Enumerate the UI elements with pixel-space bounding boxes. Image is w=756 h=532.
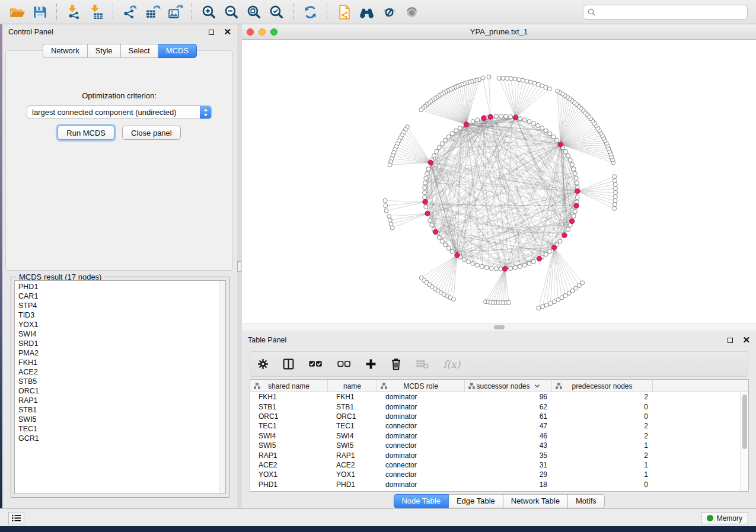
graph-node[interactable]	[513, 77, 517, 81]
graph-node[interactable]	[613, 175, 617, 179]
mcds-result-listbox[interactable]: PHD1CAR1STP4TID3YOX1SWI4SRD1PMA2FKH1ACE2…	[14, 280, 226, 494]
cell[interactable]: 2	[552, 393, 653, 401]
search-binoculars-button[interactable]	[356, 2, 377, 21]
graph-node[interactable]	[548, 249, 552, 254]
table-row[interactable]: SWI4SWI4dominator462	[250, 431, 740, 441]
graph-node[interactable]	[387, 214, 391, 219]
cell[interactable]: RAP1	[328, 451, 377, 460]
cell[interactable]: connector	[377, 422, 465, 430]
cell[interactable]: TEC1	[250, 422, 328, 430]
cell[interactable]: 31	[465, 461, 552, 469]
graph-node[interactable]	[509, 266, 513, 270]
table-row[interactable]: PHD1PHD1dominator180	[250, 480, 740, 489]
graph-node[interactable]	[532, 81, 537, 85]
mcds-node-item[interactable]: FKH1	[18, 358, 218, 367]
graph-node[interactable]	[509, 76, 513, 81]
cell[interactable]: PHD1	[250, 480, 328, 489]
tab-network[interactable]: Network	[43, 44, 88, 58]
float-panel-icon[interactable]	[209, 30, 214, 35]
graph-node[interactable]	[518, 264, 522, 268]
mcds-node-item[interactable]: SWI5	[18, 415, 218, 424]
table-vscrollbar[interactable]	[740, 392, 748, 491]
cell[interactable]: 0	[552, 480, 653, 489]
graph-node[interactable]	[527, 120, 531, 124]
cell[interactable]: connector	[377, 461, 465, 469]
graph-node[interactable]	[423, 181, 428, 185]
mcds-node[interactable]	[428, 160, 433, 165]
cell[interactable]: SWI4	[250, 432, 328, 440]
graph-node[interactable]	[494, 267, 498, 271]
graph-node[interactable]	[476, 118, 480, 122]
graph-node[interactable]	[480, 264, 484, 268]
graph-node[interactable]	[566, 227, 570, 232]
graph-node[interactable]	[450, 249, 454, 254]
table-row[interactable]: RAP1RAP1dominator352	[250, 450, 740, 460]
graph-node[interactable]	[499, 114, 503, 118]
cell[interactable]: STB1	[328, 403, 377, 411]
graph-node[interactable]	[541, 305, 545, 309]
graph-node[interactable]	[575, 196, 579, 200]
graph-node[interactable]	[573, 210, 577, 214]
graph-node[interactable]	[518, 117, 522, 121]
graph-node[interactable]	[505, 76, 509, 81]
column-header-predecessor-nodes[interactable]: predecessor nodes	[552, 380, 653, 392]
graph-node[interactable]	[566, 153, 570, 158]
settings-gear-icon[interactable]	[257, 358, 269, 370]
cell[interactable]: 18	[465, 480, 552, 489]
graph-node[interactable]	[556, 89, 560, 93]
graph-node[interactable]	[513, 265, 518, 270]
mcds-node[interactable]	[513, 115, 518, 120]
mcds-node[interactable]	[537, 257, 541, 261]
cell[interactable]: YOX1	[328, 470, 377, 479]
graph-node[interactable]	[613, 206, 617, 210]
tab-mcds[interactable]: MCDS	[158, 44, 197, 58]
cell[interactable]: SWI5	[250, 441, 328, 450]
graph-node[interactable]	[613, 182, 617, 187]
cell[interactable]: ACE2	[250, 461, 328, 469]
deselect-all-icon[interactable]	[337, 360, 351, 368]
graph-node[interactable]	[497, 76, 501, 81]
table-row[interactable]: STB1STB1dominator620	[250, 402, 740, 411]
graph-node[interactable]	[484, 265, 489, 270]
graph-node[interactable]	[570, 162, 574, 166]
cell[interactable]: 47	[465, 422, 552, 430]
graph-node[interactable]	[471, 120, 475, 124]
export-image-button[interactable]	[165, 2, 185, 21]
graph-node[interactable]	[525, 79, 529, 83]
graph-node[interactable]	[558, 239, 562, 243]
graph-node[interactable]	[443, 138, 447, 142]
graph-node[interactable]	[548, 302, 553, 306]
mcds-node[interactable]	[558, 142, 563, 147]
graph-node[interactable]	[489, 266, 493, 270]
graph-node[interactable]	[536, 123, 540, 127]
graph-node[interactable]	[450, 132, 454, 136]
column-header-MCDS-role[interactable]: MCDS role	[377, 380, 465, 392]
cell[interactable]: dominator	[377, 432, 465, 440]
graph-node[interactable]	[613, 194, 617, 198]
cell[interactable]: ORC1	[328, 412, 377, 421]
graph-node[interactable]	[613, 187, 617, 191]
table-row[interactable]: TEC1TEC1connector472	[250, 421, 740, 431]
mcds-node-item[interactable]: STB5	[18, 377, 218, 386]
graph-node[interactable]	[517, 78, 521, 82]
cell[interactable]: 2	[552, 422, 653, 430]
graph-node[interactable]	[574, 176, 578, 180]
table-row[interactable]: FKH1FKH1dominator962	[250, 392, 740, 402]
graph-node[interactable]	[388, 163, 392, 167]
graph-node[interactable]	[522, 118, 527, 122]
cell[interactable]: FKH1	[250, 393, 328, 401]
close-panel-icon[interactable]: ✕	[742, 337, 750, 343]
graph-node[interactable]	[435, 149, 439, 153]
graph-node[interactable]	[471, 261, 475, 265]
cell[interactable]: 43	[465, 441, 552, 450]
graph-node[interactable]	[537, 306, 541, 310]
share-network-document-button[interactable]	[334, 2, 354, 21]
graph-node[interactable]	[521, 78, 525, 82]
zoom-selected-button[interactable]	[266, 2, 286, 21]
cell[interactable]: 0	[552, 412, 653, 421]
graph-node[interactable]	[446, 246, 451, 251]
graph-node[interactable]	[528, 80, 532, 84]
cell[interactable]: STB1	[250, 403, 328, 411]
graph-node[interactable]	[551, 134, 556, 139]
graph-node[interactable]	[501, 76, 505, 81]
